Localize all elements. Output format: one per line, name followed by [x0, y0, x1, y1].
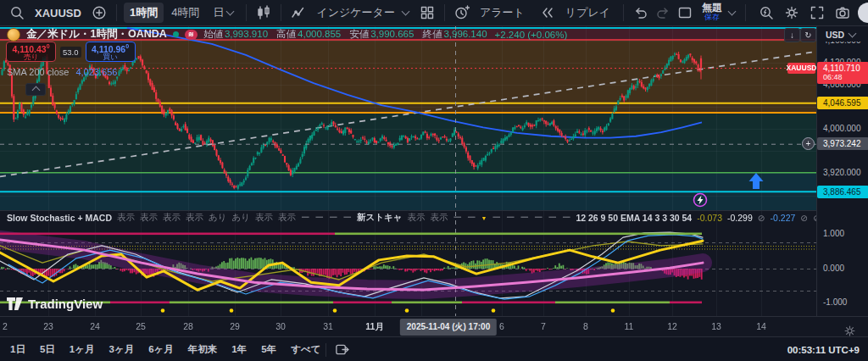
last-price: 4,110.710	[823, 64, 868, 73]
spread-value: 53.0	[60, 47, 81, 58]
buy-button[interactable]: 4,110.960 買い	[86, 42, 136, 62]
range-button-1日[interactable]: 1日	[10, 343, 25, 356]
tradingview-watermark: TradingView	[7, 297, 103, 311]
indicator-legend-token: 12 26 9 50 EMA 14 3 3 30 54	[576, 213, 692, 223]
time-tick-7: 7	[541, 321, 546, 331]
replay-button[interactable]: リプレイ	[559, 3, 616, 23]
chevron-down-icon[interactable]	[728, 8, 737, 16]
quick-search-icon[interactable]	[756, 3, 776, 23]
divider	[281, 4, 281, 21]
order-panel: 4,110.430 売り 53.0 4,110.960 買い	[6, 42, 136, 62]
indicator-legend-token: 表示	[163, 212, 181, 224]
chevron-down-icon	[226, 8, 235, 16]
redo-icon[interactable]	[653, 3, 673, 23]
indicator-legend-token: 表示	[255, 212, 273, 224]
divider	[326, 343, 326, 357]
notification-badge-icon[interactable]: ≋	[185, 30, 198, 40]
scroll-down-button[interactable]: ↓	[784, 28, 800, 42]
symbol-title[interactable]: 金／米ドル・1時間・OANDA	[26, 27, 167, 42]
indicator-legend-token: ー	[506, 212, 515, 224]
time-axis[interactable]: 2025-11-04 (火) 17:00 22324252829303111月6…	[0, 316, 868, 337]
sell-price: 4,110.430	[12, 42, 49, 53]
compare-add-icon[interactable]	[89, 3, 109, 23]
chart-region[interactable]: 金／米ドル・1時間・OANDA ≋ 始値3,993.910高値4,000.855…	[0, 25, 868, 316]
time-tick-11月: 11月	[365, 321, 384, 333]
indicators-icon[interactable]	[288, 3, 309, 23]
indicator-legend-token: ー	[520, 212, 529, 224]
indicator-legend-token: 表示	[430, 212, 448, 224]
range-button-5年[interactable]: 5年	[261, 343, 276, 356]
ohlc-item: 終値3,996.140	[422, 28, 487, 41]
sell-button[interactable]: 4,110.430 売り	[6, 42, 56, 62]
indicator-legend-token: Slow Stochastic + MACD	[7, 213, 112, 223]
time-tick-24: 24	[90, 321, 100, 331]
tradingview-logo-icon	[7, 297, 23, 311]
reset-view-button[interactable]: ↻	[800, 28, 816, 42]
alert-button[interactable]: アラート	[474, 3, 531, 23]
chevron-down-icon[interactable]	[401, 8, 409, 16]
indicator-legend-token: ⊘	[758, 213, 765, 223]
symbol-price-tag: XAUUSD	[787, 63, 815, 74]
range-button-年初来[interactable]: 年初来	[188, 343, 218, 356]
indicator-legend-token: あり	[231, 212, 250, 224]
search-icon[interactable]	[7, 3, 27, 23]
sma-label: SMA 200 close	[7, 67, 69, 77]
publish-button-partial[interactable]	[858, 3, 868, 23]
ohlc-item: 安値3,990.665	[349, 28, 414, 41]
fullscreen-icon[interactable]	[807, 3, 827, 23]
indicator-legend-token: ー	[492, 212, 501, 224]
indicators-button[interactable]: インジケーター	[310, 3, 401, 23]
symbol-search-button[interactable]: XAUUSD	[29, 4, 87, 22]
ohlc-item: 始値3,993.910	[203, 28, 268, 41]
price-axis[interactable]: USD 4,160.0004,120.0004,080.0004,000.000…	[816, 25, 868, 316]
screenshot-camera-icon[interactable]	[832, 3, 853, 23]
time-tick-28: 28	[183, 321, 193, 331]
range-button-6ヶ月[interactable]: 6ヶ月	[148, 343, 174, 356]
layout-grid-icon[interactable]	[417, 3, 437, 23]
range-button-1年[interactable]: 1年	[231, 343, 247, 356]
clock[interactable]: 00:53:11 UTC+9	[787, 345, 868, 355]
layout-select-icon[interactable]	[675, 3, 695, 23]
indicator-tick: 0.000	[823, 263, 844, 275]
replay-icon[interactable]	[537, 3, 558, 23]
indicator-legend-token: ▼	[481, 215, 487, 221]
time-tick-8: 8	[583, 321, 588, 331]
layout-name[interactable]: 無題	[702, 3, 722, 13]
candle-style-icon[interactable]	[253, 3, 274, 23]
time-tick-13: 13	[711, 321, 721, 331]
market-open-dot-icon	[173, 31, 179, 37]
settings-gear-icon[interactable]	[782, 3, 802, 23]
ohlc-value: 4,000.855	[298, 29, 341, 39]
indicator-legend-token: 表示	[278, 212, 296, 224]
indicator-tick: -1.000	[823, 297, 847, 308]
chart-canvas[interactable]	[0, 25, 816, 316]
layout-name-box[interactable]: 無題 保存	[702, 3, 722, 22]
symbol-logo-icon	[7, 28, 20, 42]
goto-date-icon[interactable]	[331, 340, 352, 360]
interval-button-1時間[interactable]: 1時間	[124, 3, 164, 23]
date-range-group: 1日5日1ヶ月3ヶ月6ヶ月年初来1年5年すべて	[0, 343, 320, 356]
save-button[interactable]: 保存	[704, 13, 720, 22]
range-button-1ヶ月[interactable]: 1ヶ月	[70, 343, 95, 356]
indicator-legend-token: ー	[301, 212, 310, 224]
indicator-legend-row[interactable]: Slow Stochastic + MACD表示表示表示表示ありあり表示表示ーー…	[7, 212, 868, 224]
undo-icon[interactable]	[631, 3, 651, 23]
legend-collapse-button[interactable]	[25, 83, 46, 96]
indicator-legend-token: 新ストキャ	[357, 212, 402, 224]
sma-legend-row[interactable]: SMA 200 close 4,023.656	[7, 67, 117, 77]
indicator-legend-token: -0.073	[697, 213, 722, 223]
interval-button-日[interactable]: 日	[207, 3, 239, 23]
range-button-5日[interactable]: 5日	[40, 343, 55, 356]
buy-label: 買い	[103, 53, 117, 61]
range-button-3ヶ月[interactable]: 3ヶ月	[108, 343, 134, 356]
top-toolbar: XAUUSD 1時間4時間日 インジケーター アラート	[0, 0, 868, 26]
interval-button-4時間[interactable]: 4時間	[165, 3, 205, 23]
currency-dropdown[interactable]: USD	[818, 27, 867, 42]
alert-clock-icon[interactable]	[452, 3, 472, 23]
range-button-すべて[interactable]: すべて	[291, 343, 320, 356]
indicator-legend-token: ー	[562, 212, 571, 224]
price-tick: 3,920.000	[823, 167, 861, 179]
indicator-legend-token: 表示	[117, 212, 135, 224]
indicator-legend-token: 表示	[140, 212, 158, 224]
bar-countdown: 06:48	[823, 73, 868, 82]
